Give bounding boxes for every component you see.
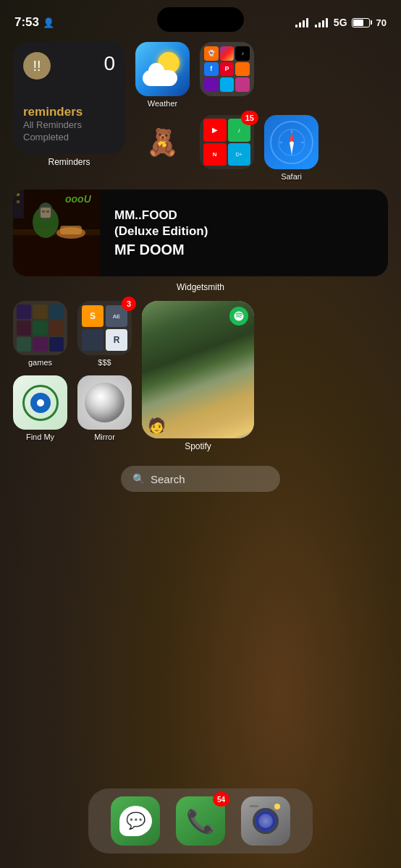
spotify-photo: 🧑	[142, 301, 254, 438]
widgetsmith-label: Widgetsmith	[13, 282, 388, 292]
messages-bubble: 💬	[119, 806, 152, 836]
dock-messages[interactable]: 💬	[111, 796, 160, 846]
mirror-icon	[77, 375, 132, 430]
row3-left: games Find My	[13, 301, 67, 441]
game-mini-4	[17, 320, 31, 335]
dock-phone[interactable]: 📞 54	[176, 796, 225, 846]
games-label: games	[28, 358, 52, 367]
cell-bar-3	[322, 20, 324, 27]
row1-right-bottom: 🧸 ▶ ♪ N D+ 15	[135, 115, 388, 181]
music-widget[interactable]: oooU MM..FOOD(Deluxe Edition) MF DOOM	[13, 190, 388, 276]
reminders-widget[interactable]: !! 0 reminders All Reminders Completed	[13, 42, 125, 154]
camera-lens	[253, 808, 279, 834]
battery-percent: 70	[376, 17, 387, 28]
status-bar: 7:53 👤 5G 70	[0, 0, 401, 36]
cloud-icon	[143, 70, 177, 86]
compass-svg	[277, 128, 306, 157]
row3-middle: S AE R 3	[77, 301, 132, 441]
svg-rect-12	[42, 210, 45, 213]
social-folder[interactable]: 👻 ♪ f P	[200, 42, 254, 99]
money-label: $$$	[98, 358, 111, 367]
album-art-svg: oooU	[13, 190, 100, 276]
pinterest-mini: P	[220, 62, 235, 77]
tiktok-mini: ♪	[235, 46, 250, 61]
lines-icon	[82, 329, 104, 351]
find-my-app[interactable]: Find My	[13, 375, 67, 441]
camera-lens-inner	[258, 814, 273, 828]
emoji-display: 🧸	[135, 115, 190, 169]
status-time: 7:53 👤	[14, 15, 54, 30]
media-badge-container: ▶ ♪ N D+ 15	[200, 115, 254, 169]
snapchat-mini: 👻	[204, 46, 219, 61]
game-mini-9	[49, 337, 64, 352]
spotify-label: Spotify	[185, 441, 211, 451]
album-title: MM..FOOD(Deluxe Edition)	[114, 208, 208, 239]
games-folder[interactable]: games	[13, 301, 67, 367]
search-container: 🔍 Search	[13, 466, 388, 492]
5g-label: 5G	[334, 17, 347, 28]
person-icon: 👤	[43, 17, 54, 28]
safari-app[interactable]: Safari	[264, 115, 318, 181]
svg-rect-19	[17, 200, 20, 203]
svg-rect-8	[13, 235, 100, 276]
camera-viewfinder	[250, 805, 258, 807]
cellular-signal	[315, 18, 328, 27]
time-display: 7:53	[14, 15, 39, 30]
money-badge-container: S AE R 3	[77, 301, 132, 355]
search-bar[interactable]: 🔍 Search	[121, 466, 280, 492]
game-mini-8	[33, 337, 47, 352]
reminders-top: !! 0	[23, 52, 115, 80]
extra-mini-1	[235, 62, 250, 77]
safari-icon	[264, 115, 318, 169]
music-info: MM..FOOD(Deluxe Edition) MF DOOM	[100, 208, 222, 258]
disney-mini: D+	[228, 143, 251, 166]
game-mini-5	[33, 320, 47, 335]
dock-camera[interactable]	[241, 796, 290, 846]
facebook-mini: f	[204, 62, 219, 77]
home-screen: !! 0 reminders All Reminders Completed R…	[0, 36, 401, 508]
extra-mini-4	[235, 77, 250, 92]
signal-bar-3	[303, 20, 305, 27]
svg-rect-18	[17, 193, 20, 196]
safari-compass	[270, 121, 313, 164]
findmy-icon	[13, 375, 67, 430]
weather-label: Weather	[148, 99, 177, 108]
svg-rect-13	[46, 210, 49, 213]
media-folder[interactable]: ▶ ♪ N D+ 15	[200, 115, 254, 169]
findmy-inner-circle	[30, 393, 51, 413]
game-mini-1	[17, 305, 31, 319]
cell-bar-4	[326, 18, 328, 27]
netflix-mini: N	[203, 143, 227, 166]
dock: 💬 📞 54	[88, 788, 313, 854]
game-mini-3	[49, 305, 64, 319]
reminders-app-label: Reminders	[48, 157, 90, 167]
game-mini-7	[17, 337, 31, 352]
album-art: oooU	[13, 190, 100, 276]
weather-app[interactable]: Weather	[135, 42, 190, 108]
search-placeholder: Search	[151, 473, 185, 485]
findmy-label: Find My	[26, 433, 54, 441]
game-mini-2	[33, 305, 47, 319]
extra-mini-3	[220, 77, 235, 92]
reminders-icon: !!	[23, 52, 51, 80]
money-folder[interactable]: S AE R 3	[77, 301, 132, 367]
game-mini-6	[49, 320, 64, 335]
extra-mini-2	[204, 77, 219, 92]
messages-icon: 💬	[111, 796, 160, 846]
social-folder-icon: 👻 ♪ f P	[200, 42, 254, 96]
spotify-person-icon: 🧑	[148, 417, 166, 434]
weather-icon	[135, 42, 190, 96]
spotify-widget[interactable]: 🧑	[142, 301, 254, 438]
mirror-app[interactable]: Mirror	[77, 375, 132, 441]
messages-bubble-dot: 💬	[126, 812, 145, 830]
status-right: 5G 70	[295, 17, 387, 28]
youtube-mini: ▶	[203, 119, 227, 142]
safari-label: Safari	[281, 172, 302, 181]
spotify-logo	[229, 307, 248, 326]
row3: games Find My	[13, 301, 388, 451]
instagram-mini	[220, 46, 235, 61]
mirror-sphere	[85, 383, 124, 422]
dynamic-island	[157, 7, 244, 32]
reminders-count: 0	[104, 52, 115, 75]
emoji-item: 🧸	[135, 115, 190, 169]
